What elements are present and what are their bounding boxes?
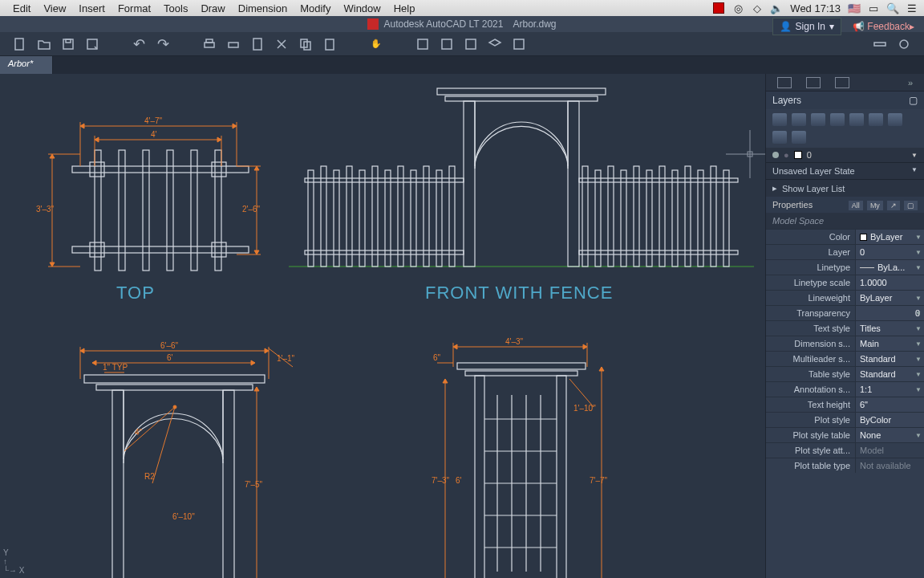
undo-button[interactable] — [130, 35, 148, 53]
drawing-canvas[interactable]: 4'–7" 4' 3'–3" 2'–6" TOP — [0, 74, 765, 578]
tray-flag-icon[interactable]: 🇺🇸 — [849, 2, 860, 14]
tray-control-center-icon[interactable]: ☰ — [906, 2, 918, 14]
prop-label: Plot style att... — [766, 443, 855, 458]
prop-label: Dimension s... — [766, 336, 855, 351]
layer-tool-icon[interactable] — [811, 113, 825, 126]
panel-tab-2[interactable] — [806, 77, 821, 88]
save-as-icon[interactable] — [83, 35, 101, 53]
prop-linetype[interactable]: ByLa...▼ — [855, 260, 924, 275]
props-context[interactable]: Model Space — [766, 213, 924, 229]
xref-icon[interactable] — [414, 35, 432, 53]
properties-icon[interactable] — [510, 35, 528, 53]
paste-icon[interactable] — [321, 35, 338, 53]
layer-tool-icon[interactable] — [888, 113, 902, 126]
menu-view[interactable]: View — [37, 2, 72, 14]
svg-rect-64 — [398, 166, 403, 267]
prop-plot-style[interactable]: ByColor — [855, 413, 924, 427]
prop-text-style[interactable]: Titles▼ — [855, 321, 924, 336]
layer-tool-icon[interactable] — [792, 131, 806, 144]
tray-user-icon[interactable]: ▭ — [868, 2, 879, 14]
feedback-link[interactable]: 📢 Feedback▸ — [853, 21, 914, 32]
menu-draw[interactable]: Draw — [194, 2, 231, 14]
prop-table-style[interactable]: Standard▼ — [855, 367, 924, 381]
menubar-clock[interactable]: Wed 17:13 — [790, 2, 841, 14]
prop-dim-style[interactable]: Main▼ — [855, 336, 924, 351]
svg-text:6'–6": 6'–6" — [160, 341, 179, 350]
menu-format[interactable]: Format — [111, 2, 157, 14]
prop-plot-table[interactable]: None▼ — [855, 428, 924, 442]
copy-icon[interactable] — [297, 35, 314, 53]
props-filter-all[interactable]: All — [849, 201, 863, 210]
prop-plot-attach: Model — [855, 443, 924, 458]
svg-rect-76 — [646, 170, 652, 267]
save-icon[interactable] — [59, 35, 77, 53]
svg-rect-29 — [212, 162, 226, 177]
menu-modify[interactable]: Modify — [294, 2, 337, 14]
menu-tools[interactable]: Tools — [157, 2, 194, 14]
svg-rect-50 — [445, 96, 598, 101]
svg-rect-14 — [514, 39, 524, 49]
hatch-icon[interactable] — [462, 35, 480, 53]
tray-search-icon[interactable]: 🔍 — [887, 2, 898, 14]
view-label-front-fence: FRONT WITH FENCE — [425, 283, 613, 303]
prop-anno-scale[interactable]: 1:1▼ — [855, 382, 924, 397]
layer-tool-icon[interactable] — [849, 113, 864, 126]
layer-tool-icon[interactable] — [792, 113, 806, 126]
menu-dimension[interactable]: Dimension — [232, 2, 294, 14]
open-file-icon[interactable] — [35, 35, 53, 53]
cut-icon[interactable] — [273, 35, 290, 53]
layer-icon[interactable] — [486, 35, 504, 53]
layers-settings-icon[interactable]: ▢ — [909, 95, 918, 106]
measure-icon[interactable] — [871, 35, 889, 53]
page-setup-icon[interactable] — [249, 35, 266, 53]
prop-label: Lineweight — [766, 291, 855, 305]
layer-tool-icon[interactable] — [830, 113, 845, 126]
prop-lineweight[interactable]: ByLayer▼ — [855, 291, 924, 305]
tray-sync-icon[interactable]: ◎ — [732, 2, 744, 14]
menu-help[interactable]: Help — [387, 2, 422, 14]
document-tab-active[interactable]: Arbor* — [0, 56, 53, 74]
menu-window[interactable]: Window — [337, 2, 387, 14]
tray-wifi-icon[interactable]: ◇ — [752, 2, 763, 14]
panel-tab-3[interactable] — [835, 77, 849, 88]
layer-visible-icon[interactable] — [772, 152, 779, 158]
tray-stop-icon[interactable] — [713, 2, 724, 14]
current-layer-selector[interactable]: ● 0 ▼ — [766, 148, 924, 162]
prop-label: Linetype scale — [766, 275, 855, 290]
prop-mleader-style[interactable]: Standard▼ — [855, 352, 924, 366]
block-icon[interactable] — [438, 35, 456, 53]
svg-text:1" TYP: 1" TYP — [103, 363, 128, 372]
sign-in-button[interactable]: 👤 Sign In ▾ — [772, 18, 841, 35]
redo-button[interactable] — [154, 35, 172, 53]
print-icon[interactable] — [201, 35, 218, 53]
layer-tool-icon[interactable] — [772, 113, 787, 126]
props-settings-icon[interactable]: ▢ — [904, 201, 918, 210]
show-layer-list[interactable]: ▸ Show Layer List — [766, 179, 924, 197]
svg-rect-4 — [205, 43, 214, 47]
prop-layer[interactable]: 0▼ — [855, 245, 924, 259]
prop-text-height[interactable]: 6" — [855, 397, 924, 412]
panel-tab-1[interactable] — [777, 77, 792, 88]
prop-color[interactable]: ByLayer▼ — [855, 230, 924, 244]
svg-rect-79 — [685, 166, 691, 267]
layer-tool-icon[interactable] — [772, 131, 787, 144]
pan-icon[interactable]: ✋ — [367, 35, 385, 53]
menu-insert[interactable]: Insert — [72, 2, 111, 14]
layer-tool-icon[interactable] — [869, 113, 883, 126]
prop-transparency[interactable]: 0▼ — [855, 306, 924, 320]
menu-edit[interactable]: Edit — [6, 2, 37, 14]
prop-plot-table-type: Not available — [855, 458, 924, 473]
plot-icon[interactable] — [225, 35, 242, 53]
layer-state-selector[interactable]: Unsaved Layer State▼ — [766, 162, 924, 179]
props-pick-icon[interactable]: ↗ — [887, 201, 900, 210]
props-filter-my[interactable]: My — [867, 201, 883, 210]
svg-rect-52 — [568, 101, 579, 267]
sign-in-label: Sign In — [796, 21, 825, 32]
prop-linetype-scale[interactable]: 1.0000 — [855, 275, 924, 290]
panel-expand-icon[interactable]: » — [908, 78, 913, 88]
new-file-icon[interactable] — [11, 35, 29, 53]
tray-volume-icon[interactable]: 🔈 — [771, 2, 782, 14]
svg-rect-58 — [321, 166, 326, 267]
svg-rect-62 — [372, 166, 378, 267]
settings-icon[interactable] — [895, 35, 913, 53]
